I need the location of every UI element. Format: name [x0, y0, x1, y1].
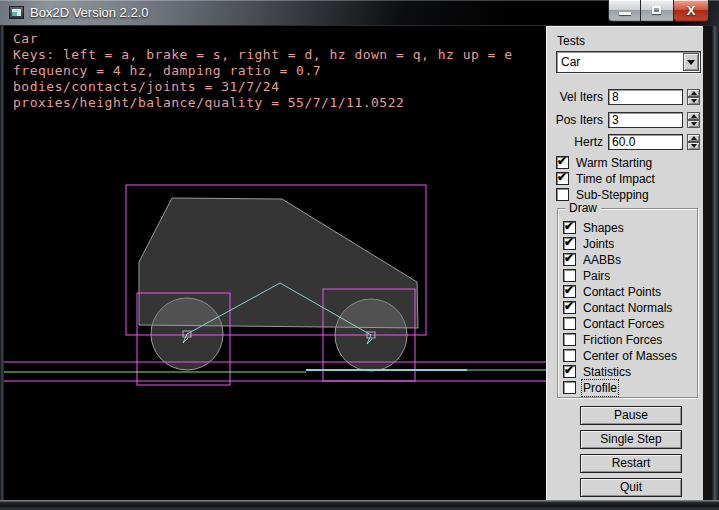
checkbox-label: Profile [583, 381, 617, 395]
app-icon[interactable] [9, 6, 24, 19]
minimize-button[interactable] [608, 0, 641, 22]
check-icon: ✔ [564, 219, 574, 233]
checkbox-label: Statistics [583, 365, 631, 379]
checkbox-box[interactable]: ✔ [563, 365, 576, 378]
spinner-down-button[interactable] [687, 97, 700, 105]
check-icon: ✔ [557, 170, 567, 184]
check-icon: ✔ [564, 299, 574, 313]
checkbox-box[interactable]: ✔ [563, 349, 576, 362]
spinner-down-button[interactable] [687, 120, 700, 128]
checkbox-box[interactable]: ✔ [563, 269, 576, 282]
frequency-text: frequency = 4 hz, damping ratio = 0.7 [13, 63, 321, 78]
control-panel: Tests Car Vel Iters Pos Iters Hertz [546, 26, 703, 500]
window-frame-bottom [0, 500, 719, 510]
checkbox-box[interactable]: ✔ [563, 301, 576, 314]
checkbox-label: Joints [583, 237, 614, 251]
pos-iters-row: Pos Iters [547, 112, 704, 128]
window-frame-left [0, 26, 4, 500]
checkbox-label: Center of Masses [583, 349, 677, 363]
check-icon: ✔ [564, 251, 574, 265]
close-button[interactable]: X [673, 0, 709, 22]
hertz-row: Hertz [547, 134, 704, 150]
checkbox-box[interactable]: ✔ [563, 285, 576, 298]
vel-iters-spinner [687, 89, 700, 105]
checkbox-box[interactable]: ✔ [563, 221, 576, 234]
arrow-up-icon [691, 136, 697, 140]
physics-canvas[interactable]: Car Keys: left = a, brake = s, right = d… [4, 26, 546, 500]
restart-button[interactable]: Restart [580, 454, 682, 473]
hertz-spinner [687, 134, 700, 150]
window-title: Box2D Version 2.2.0 [30, 5, 149, 20]
pos-iters-label: Pos Iters [549, 113, 603, 127]
dropdown-arrow-button[interactable] [683, 53, 699, 71]
vel-iters-input[interactable] [608, 89, 683, 105]
app-window: Box2D Version 2.2.0 X [0, 0, 719, 510]
window-titlebar[interactable]: Box2D Version 2.2.0 X [0, 0, 719, 26]
close-icon: X [674, 3, 708, 18]
checkbox-label: Contact Points [583, 285, 661, 299]
arrow-down-icon [691, 144, 697, 148]
check-icon: ✔ [564, 283, 574, 297]
window-frame-right [703, 26, 719, 500]
checkbox-box[interactable]: ✔ [563, 381, 576, 394]
tests-label: Tests [557, 34, 585, 48]
checkbox-box[interactable]: ✔ [556, 172, 569, 185]
checkbox-label: AABBs [583, 253, 621, 267]
check-icon: ✔ [564, 363, 574, 377]
checkbox-label: Contact Normals [583, 301, 672, 315]
checkbox-box[interactable]: ✔ [563, 317, 576, 330]
checkbox-box[interactable]: ✔ [556, 156, 569, 169]
maximize-button[interactable] [640, 0, 674, 22]
test-title-text: Car [13, 31, 38, 46]
checkbox-box[interactable]: ✔ [556, 188, 569, 201]
arrow-up-icon [691, 114, 697, 118]
checkbox-box[interactable]: ✔ [563, 333, 576, 346]
checkbox-label: Time of Impact [576, 172, 655, 186]
checkbox-label: Warm Starting [576, 156, 652, 170]
checkbox-label: Friction Forces [583, 333, 662, 347]
quit-button[interactable]: Quit [580, 478, 682, 497]
stats-proxies-text: proxies/height/balance/quality = 55/7/1/… [13, 95, 404, 110]
draw-group-title: Draw [565, 201, 601, 215]
chevron-down-icon [687, 60, 695, 65]
spinner-down-button[interactable] [687, 142, 700, 150]
tests-dropdown-value: Car [561, 55, 580, 69]
checkbox-label: Shapes [583, 221, 624, 235]
hertz-input[interactable] [608, 134, 683, 150]
checkbox-label: Sub-Stepping [576, 188, 649, 202]
checkbox-box[interactable]: ✔ [563, 253, 576, 266]
minimize-icon [619, 12, 631, 15]
tests-dropdown[interactable]: Car [556, 51, 701, 73]
pos-iters-input[interactable] [608, 112, 683, 128]
check-icon: ✔ [564, 235, 574, 249]
spinner-up-button[interactable] [687, 89, 700, 97]
spinner-up-button[interactable] [687, 134, 700, 142]
car-chassis [139, 198, 418, 328]
vel-iters-row: Vel Iters [547, 89, 704, 105]
checkbox-label: Pairs [583, 269, 610, 283]
arrow-down-icon [691, 99, 697, 103]
vel-iters-label: Vel Iters [549, 90, 603, 104]
hertz-label: Hertz [549, 135, 603, 149]
pause-button[interactable]: Pause [580, 406, 682, 425]
stats-bodies-text: bodies/contacts/joints = 31/7/24 [13, 79, 279, 94]
spinner-up-button[interactable] [687, 112, 700, 120]
keys-help-text: Keys: left = a, brake = s, right = d, hz… [13, 47, 513, 62]
single-step-button[interactable]: Single Step [580, 430, 682, 449]
checkbox-label: Contact Forces [583, 317, 664, 331]
pos-iters-spinner [687, 112, 700, 128]
arrow-up-icon [691, 91, 697, 95]
maximize-icon [652, 6, 661, 14]
arrow-down-icon [691, 122, 697, 126]
check-icon: ✔ [557, 154, 567, 168]
checkbox-box[interactable]: ✔ [563, 237, 576, 250]
